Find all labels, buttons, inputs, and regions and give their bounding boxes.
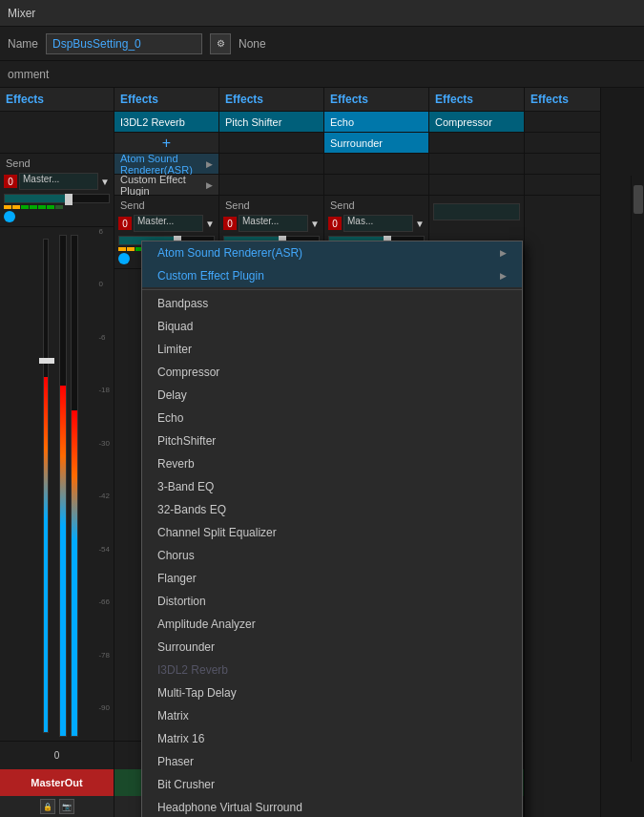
effects-header-1: Effects (0, 88, 114, 112)
send-dest-4: Mas... (343, 215, 413, 232)
submenu-asr[interactable]: Atom Sound Renderer(ASR) ▶ (114, 154, 218, 175)
title-bar: Mixer (0, 0, 644, 27)
dropdown-item-matrix[interactable]: Matrix (142, 704, 522, 727)
dropdown-item-echo[interactable]: Echo (142, 407, 522, 429)
send-arrow-4[interactable]: ▼ (415, 219, 425, 229)
effect-slot-4-1[interactable]: Echo (324, 112, 428, 133)
dropdown-item-pitchshifter[interactable]: PitchShifter (142, 429, 522, 452)
dropdown-item-headphone[interactable]: Headphone Virtual Surround (142, 796, 522, 817)
dropdown-item-delay[interactable]: Delay (142, 384, 522, 407)
channel-master: Effects Send 0 Master... ▼ (0, 88, 114, 817)
effects-header-6: Effects (525, 88, 600, 112)
send-label-3: Send (219, 198, 323, 213)
dropdown-item-multitap[interactable]: Multi-Tap Delay (142, 681, 522, 704)
dropdown-item-bitcrusher[interactable]: Bit Crusher (142, 773, 522, 796)
dropdown-item-32bands-eq[interactable]: 32-Bands EQ (142, 498, 522, 521)
settings-icon[interactable]: ⚙ (210, 33, 231, 54)
channel-icons-1: 🔒 📷 (0, 796, 114, 817)
effect-slot-4-2[interactable]: Surrounder (324, 133, 428, 154)
send-num-4: 0 (328, 217, 342, 230)
comment-label: omment (8, 68, 49, 81)
effects-header-2: Effects (114, 88, 218, 112)
channel-name-1: MasterOut (0, 769, 114, 796)
send-dest-3: Master... (239, 215, 308, 232)
dropdown-item-chorus[interactable]: Chorus (142, 544, 522, 567)
ch-icon-lock-1[interactable]: 🔒 (40, 799, 55, 814)
send-dest-2: Master... (134, 215, 203, 232)
dropdown-item-distortion[interactable]: Distortion (142, 590, 522, 613)
effects-header-3: Effects (219, 88, 323, 112)
none-label: None (239, 37, 266, 51)
header-row: Name ⚙ None (0, 27, 644, 61)
send-label-4: Send (324, 198, 428, 213)
send-dest-1: Master... (19, 173, 98, 190)
dropdown-item-channel-split[interactable]: Channel Split Equalizer (142, 521, 522, 544)
scrollbar-thumb[interactable] (634, 185, 643, 214)
send-label-2: Send (114, 198, 218, 213)
dropdown-item-flanger[interactable]: Flanger (142, 567, 522, 590)
name-label: Name (8, 37, 38, 51)
dropdown-submenu-custom[interactable]: Custom Effect Plugin (142, 264, 522, 287)
dropdown-item-i3dl2[interactable]: I3DL2 Reverb (142, 659, 522, 681)
dropdown-item-bandpass[interactable]: Bandpass (142, 292, 522, 315)
teal-dot-2 (118, 253, 130, 264)
app-title: Mixer (8, 7, 35, 20)
send-arrow-3[interactable]: ▼ (310, 219, 320, 229)
name-input[interactable] (46, 33, 202, 54)
mixer-area: Effects Send 0 Master... ▼ (0, 88, 644, 817)
dropdown-item-surrounder[interactable]: Surrounder (142, 636, 522, 659)
fader-with-vu-1 (36, 231, 78, 741)
send-num-1: 0 (4, 175, 17, 188)
send-row-5 (429, 201, 524, 222)
vu-meter-1a (59, 235, 67, 737)
level-indicators-1 (0, 209, 114, 224)
send-arrow-1[interactable]: ▼ (100, 177, 110, 187)
effects-header-5: Effects (429, 88, 524, 112)
channel-bottom-1: 0 (0, 741, 114, 769)
send-label-1: Send (0, 156, 114, 171)
teal-dot-1 (4, 211, 15, 222)
dropdown-submenu-asr[interactable]: Atom Sound Renderer(ASR) (142, 241, 522, 264)
submenu-custom[interactable]: Custom Effect Plugin ▶ (114, 175, 218, 196)
send-row-3: 0 Master... ▼ (219, 213, 323, 234)
channel-bus5: Effects (525, 88, 601, 817)
send-num-2: 0 (118, 217, 132, 230)
vu-meter-1b (71, 235, 78, 737)
dropdown-divider (142, 289, 522, 290)
send-num-3: 0 (223, 217, 237, 230)
dropdown-item-compressor[interactable]: Compressor (142, 361, 522, 384)
comment-row: omment (0, 61, 644, 88)
fader-scale-1: 60-6-18-30-42-54-66-78-90 (98, 227, 110, 712)
channel-value-1: 0 (54, 750, 60, 761)
effects-header-4: Effects (324, 88, 428, 112)
send-arrow-2[interactable]: ▼ (205, 219, 215, 229)
vertical-scrollbar[interactable] (631, 176, 644, 762)
dropdown-item-amplitude[interactable]: Amplitude Analyzer (142, 613, 522, 636)
dropdown-item-limiter[interactable]: Limiter (142, 338, 522, 361)
dropdown-item-matrix16[interactable]: Matrix 16 (142, 727, 522, 750)
send-row-2: 0 Master... ▼ (114, 213, 218, 234)
effect-slot-3-1[interactable]: Pitch Shifter (219, 112, 323, 133)
dropdown-item-3band-eq[interactable]: 3-Band EQ (142, 475, 522, 498)
add-effect-2[interactable]: + (114, 133, 218, 154)
send-fader-1[interactable] (0, 192, 114, 205)
dropdown-item-phaser[interactable]: Phaser (142, 750, 522, 773)
dropdown-item-reverb[interactable]: Reverb (142, 452, 522, 475)
effect-slot-2-1[interactable]: I3DL2 Reverb (114, 112, 218, 133)
effects-dropdown: Atom Sound Renderer(ASR) Custom Effect P… (141, 241, 523, 817)
send-row-1: 0 Master... ▼ (0, 171, 114, 192)
send-row-4: 0 Mas... ▼ (324, 213, 428, 234)
send-section-1: Send 0 Master... ▼ (0, 154, 114, 227)
fader-area-1: 60-6-18-30-42-54-66-78-90 (0, 227, 114, 741)
dropdown-item-biquad[interactable]: Biquad (142, 315, 522, 338)
fader-track-1[interactable] (36, 239, 55, 733)
ch-icon-cam-1[interactable]: 📷 (59, 799, 74, 814)
effect-slot-5-1[interactable]: Compressor (429, 112, 524, 133)
